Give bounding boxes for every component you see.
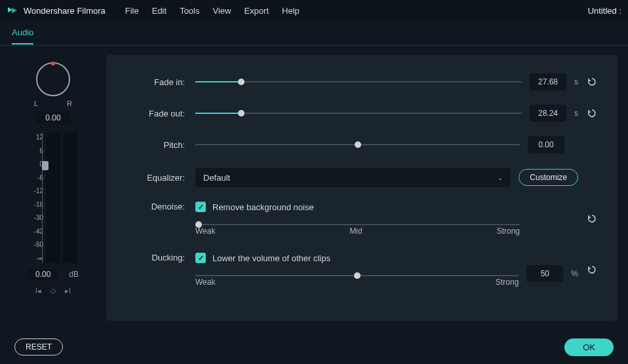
row-ducking: Ducking: ✓ Lower the volume of other cli… xyxy=(126,253,598,287)
fade-out-label: Fade out: xyxy=(126,109,185,118)
meter-bar-l xyxy=(46,132,60,263)
menu-bar: File Edit Tools View Export Help xyxy=(125,6,300,16)
meter-bar-r xyxy=(63,132,77,263)
ducking-ticks: Weak Strong xyxy=(195,278,519,287)
denoise-reset-icon[interactable] xyxy=(586,213,598,225)
next-keyframe-icon[interactable]: ▸I xyxy=(65,287,71,295)
fade-in-value[interactable]: 27.68 xyxy=(530,73,566,90)
row-denoise: Denoise: ✓ Remove background noise Weak … xyxy=(126,202,598,236)
row-fade-out: Fade out: 28.24 s xyxy=(126,105,598,122)
fade-out-slider[interactable] xyxy=(195,109,522,118)
equalizer-select[interactable]: Default ⌄ xyxy=(195,168,511,187)
pan-r-label: R xyxy=(67,100,72,107)
tab-audio[interactable]: Audio xyxy=(12,22,33,45)
fade-in-reset-icon[interactable] xyxy=(586,76,598,88)
ducking-reset-icon[interactable] xyxy=(586,264,598,276)
equalizer-label: Equalizer: xyxy=(126,173,185,183)
fade-out-reset-icon[interactable] xyxy=(586,107,598,119)
ducking-unit: % xyxy=(571,269,578,278)
denoise-checkbox[interactable]: ✓ xyxy=(195,202,206,212)
app-logo-icon xyxy=(7,5,18,16)
prev-keyframe-icon[interactable]: I◂ xyxy=(35,287,41,295)
ducking-checkbox[interactable]: ✓ xyxy=(195,253,206,263)
ok-button[interactable]: OK xyxy=(564,338,614,356)
footer: RESET OK xyxy=(0,330,628,364)
pan-knob[interactable] xyxy=(34,60,72,98)
volume-value: 0.00 xyxy=(28,268,58,280)
svg-marker-1 xyxy=(12,8,17,13)
ducking-check-label: Lower the volume of other clips xyxy=(212,253,330,263)
menu-export[interactable]: Export xyxy=(244,6,269,16)
volume-meter[interactable] xyxy=(46,132,77,263)
menu-tools[interactable]: Tools xyxy=(180,6,199,16)
row-fade-in: Fade in: 27.68 s xyxy=(126,73,598,90)
pitch-slider[interactable] xyxy=(195,140,520,149)
denoise-ticks: Weak Mid Strong xyxy=(195,227,520,236)
add-keyframe-icon[interactable]: ◇ xyxy=(50,287,56,295)
settings-panel: Fade in: 27.68 s Fade out: xyxy=(106,55,618,321)
meter-scale: 12 6 0 -6 -12 -18 -30 -42 -60 -∞ xyxy=(29,132,43,263)
fade-in-unit: s xyxy=(574,77,578,86)
menu-edit[interactable]: Edit xyxy=(152,6,167,16)
pan-labels: L R xyxy=(34,100,72,107)
row-pitch: Pitch: 0.00 xyxy=(126,136,598,153)
volume-unit: dB xyxy=(69,270,79,279)
chevron-down-icon: ⌄ xyxy=(498,174,503,181)
menu-help[interactable]: Help xyxy=(282,6,300,16)
transport: I◂ ◇ ▸I xyxy=(35,287,71,295)
fade-in-slider[interactable] xyxy=(195,77,522,86)
ducking-label: Ducking: xyxy=(126,253,185,263)
pan-l-label: L xyxy=(34,100,38,107)
meter-area: 12 6 0 -6 -12 -18 -30 -42 -60 -∞ xyxy=(29,132,77,263)
title-bar: Wondershare Filmora File Edit Tools View… xyxy=(0,0,628,21)
pitch-value[interactable]: 0.00 xyxy=(528,136,564,153)
ducking-value[interactable]: 50 xyxy=(526,265,563,282)
menu-file[interactable]: File xyxy=(125,6,139,16)
fade-in-label: Fade in: xyxy=(126,77,185,87)
row-equalizer: Equalizer: Default ⌄ Customize xyxy=(126,168,598,187)
tab-bar: Audio xyxy=(0,21,628,46)
reset-button[interactable]: RESET xyxy=(14,338,63,355)
pan-indicator-icon xyxy=(51,62,55,65)
menu-view[interactable]: View xyxy=(212,6,231,16)
fade-out-unit: s xyxy=(574,109,578,118)
app-title: Wondershare Filmora xyxy=(24,6,106,16)
equalizer-selected: Default xyxy=(203,173,230,183)
doc-title: Untitled : xyxy=(588,6,621,16)
fade-out-value[interactable]: 28.24 xyxy=(530,105,566,122)
content: L R 0.00 12 6 0 -6 -12 -18 -30 -42 -60 -… xyxy=(0,46,628,330)
denoise-label: Denoise: xyxy=(126,202,185,211)
pan-value: 0.00 xyxy=(36,111,69,124)
volume-handle-icon[interactable] xyxy=(42,161,49,170)
pitch-label: Pitch: xyxy=(126,140,185,150)
svg-marker-0 xyxy=(8,7,12,12)
customize-button[interactable]: Customize xyxy=(519,169,578,186)
meter-bottom: 0.00 dB xyxy=(28,268,79,280)
denoise-check-label: Remove background noise xyxy=(212,202,314,212)
left-panel: L R 0.00 12 6 0 -6 -12 -18 -30 -42 -60 -… xyxy=(10,55,96,321)
